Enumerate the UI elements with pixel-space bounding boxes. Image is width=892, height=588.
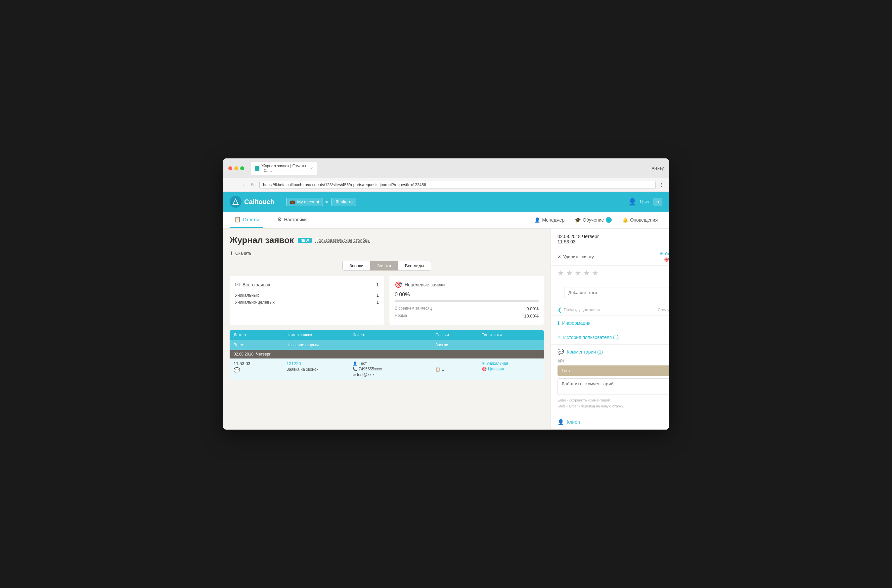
stars-rating[interactable]: ★ ★ ★ ★ ★ — [551, 266, 669, 281]
comment-source: API — [557, 359, 669, 363]
requests-table: Дата ▼ Номер заявки Клиент Сессии Тип за… — [230, 330, 544, 380]
nav-manager[interactable]: 👤 Менеджер — [530, 214, 569, 226]
client-section-header[interactable]: 👤 Клиент ⌄⌄ — [551, 415, 669, 429]
nav-reports-more[interactable]: ⋮ — [263, 212, 273, 228]
star-1[interactable]: ★ — [557, 269, 564, 278]
nav-reports[interactable]: 📋 Отчеты — [230, 212, 263, 228]
client-email: test@xx.x — [357, 372, 374, 377]
type-target-label: Целевая — [488, 367, 504, 371]
comments-section-header[interactable]: 💬 Комментарии (1) ⌄⌄ — [551, 345, 669, 359]
th-sessions-sub: Заявки — [431, 340, 478, 350]
page-header: Журнал заявок NEW Пользовательские столб… — [230, 235, 544, 245]
sort-icon[interactable]: ▼ — [244, 333, 247, 337]
download-link[interactable]: ⬇ Скачать — [230, 250, 544, 256]
target-icon: 🎯 — [482, 367, 487, 371]
nontarget-title: Нецелевые заявки — [405, 282, 444, 287]
row-time: 11:53:03 — [234, 361, 279, 366]
td-time: 11:53:03 💬 — [230, 358, 282, 380]
delete-label: Удалить заявку — [563, 254, 594, 259]
tags-container — [551, 281, 669, 304]
app-header: Calltouch 💼 My account ▶ 🖥 site.ru ⋮ 👤 U… — [223, 192, 669, 212]
unique-flag: ✳ Уникальная — [660, 251, 669, 256]
browser-menu-button[interactable]: ⋮ — [659, 182, 664, 188]
nav-settings[interactable]: ⚙ Настройки — [273, 212, 311, 228]
nav-settings-more[interactable]: ⋮ — [311, 212, 321, 228]
maximize-dot[interactable] — [240, 166, 244, 170]
table-row[interactable]: 11:53:03 💬 131220 Заявка на звонок 👤 Тес… — [230, 358, 544, 380]
manager-icon: 👤 — [535, 217, 540, 223]
info-section-header[interactable]: ℹ Информация ⌄⌄ — [551, 316, 669, 330]
filter-all-leads-button[interactable]: Все лиды — [398, 261, 431, 270]
back-button[interactable]: ← — [228, 182, 236, 188]
th-client-label: Клиент — [353, 333, 366, 338]
forward-button[interactable]: → — [239, 182, 246, 188]
th-client: Клиент — [349, 330, 431, 340]
main-content: Журнал заявок NEW Пользовательские столб… — [223, 228, 669, 429]
bell-icon: 🔔 — [622, 217, 628, 223]
sessions-value: - — [435, 361, 474, 366]
unique-flag-label: Уникальная — [664, 251, 669, 256]
tags-input[interactable] — [564, 287, 669, 298]
td-request: 131220 Заявка на звонок — [282, 358, 349, 380]
logo-icon — [230, 196, 242, 208]
star-3[interactable]: ★ — [575, 269, 581, 278]
th-sessions-label: Сессии — [435, 333, 449, 338]
logout-button[interactable]: ➜ — [653, 198, 662, 206]
new-badge: NEW — [298, 238, 312, 243]
prev-request-button[interactable]: ❮ Предыдущая заявка — [557, 307, 602, 313]
th-sessions-sub-label: Заявки — [435, 343, 448, 347]
star-4[interactable]: ★ — [583, 269, 590, 278]
stats-row: ✉ Всего заявок 1 Уникальных 1 Уникально-… — [230, 276, 544, 325]
breadcrumb-more-button[interactable]: ⋮ — [360, 199, 366, 205]
add-comment-input[interactable] — [557, 378, 669, 395]
comment-text: Тест — [562, 368, 571, 373]
request-number-link[interactable]: 131220 — [287, 361, 345, 366]
filter-requests-button[interactable]: Заявки — [370, 261, 398, 270]
nav-education[interactable]: 🎓 Обучение 1 — [571, 214, 616, 226]
filter-calls-button[interactable]: Звонки — [342, 261, 370, 270]
star-5[interactable]: ★ — [592, 269, 599, 278]
user-icon: 👤 — [628, 198, 637, 206]
user-history-title: ≡ История пользователя (1) — [557, 334, 619, 340]
unique-star-icon: ✳ — [482, 361, 485, 366]
user-history-section: ≡ История пользователя (1) ⌄⌄ — [551, 330, 669, 345]
next-request-button[interactable]: Следующая ❯ — [658, 307, 669, 313]
breadcrumb-site[interactable]: 🖥 site.ru — [331, 198, 356, 206]
breadcrumb-account[interactable]: 💼 My account — [286, 198, 323, 206]
tab-close-button[interactable]: ✕ — [310, 166, 313, 170]
type-target-row: 🎯 Целевая — [482, 367, 540, 371]
th-form-name-label: Название формы — [287, 343, 318, 347]
hint-shift-enter: Shift + Enter - перевод на новую строку — [557, 404, 669, 410]
user-history-label: История пользователя (1) — [563, 334, 619, 340]
address-input[interactable] — [260, 181, 656, 189]
info-label: Информация — [562, 321, 590, 326]
custom-columns-link[interactable]: Пользовательские столбцы — [315, 238, 371, 243]
browser-tab[interactable]: Журнал заявок | Отчеты | Ca... ✕ — [251, 162, 317, 175]
group-day: Четверг — [256, 352, 271, 357]
nav-notifications[interactable]: 🔔 Оповещения — [618, 214, 662, 226]
unique-target-value: 1 — [377, 300, 379, 304]
table-header: Дата ▼ Номер заявки Клиент Сессии Тип за… — [230, 330, 544, 340]
header-right: 👤 User ➜ — [628, 198, 662, 206]
nav-reports-label: Отчеты — [243, 217, 259, 222]
monitor-icon: 🖥 — [335, 200, 339, 204]
progress-bar-wrap — [395, 300, 539, 302]
app-logo[interactable]: Calltouch — [230, 196, 274, 208]
comment-item: Тест — [557, 365, 669, 376]
breadcrumb-separator: ▶ — [326, 200, 329, 204]
refresh-button[interactable]: ↻ — [249, 182, 256, 188]
user-history-header[interactable]: ≡ История пользователя (1) ⌄⌄ — [551, 330, 669, 344]
browser-user: Alexey — [652, 166, 664, 171]
prev-label: Предыдущая заявка — [564, 308, 602, 312]
unique-target-row: Уникально-целевых 1 — [235, 298, 379, 306]
star-2[interactable]: ★ — [566, 269, 573, 278]
td-type: ✳ Уникальная 🎯 Целевая — [478, 358, 544, 380]
th-request-num: Номер заявки — [282, 330, 349, 340]
nav-education-label: Обучение — [583, 217, 604, 223]
minimize-dot[interactable] — [234, 166, 238, 170]
sessions-sub-value: 1 — [442, 367, 444, 372]
client-name: Тест — [359, 361, 367, 366]
comments-section: 💬 Комментарии (1) ⌄⌄ API Тест Enter - со… — [551, 345, 669, 415]
close-dot[interactable] — [228, 166, 232, 170]
delete-request-button[interactable]: ✕ Удалить заявку — [557, 254, 594, 259]
